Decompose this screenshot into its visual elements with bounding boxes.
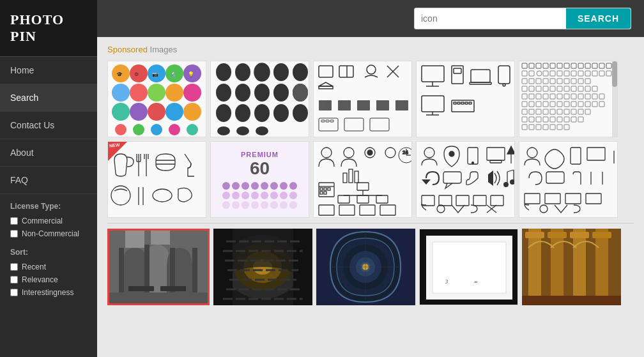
photo-thumb-5[interactable] — [522, 229, 621, 305]
search-button[interactable]: SEARCH — [566, 8, 631, 29]
sponsored-img-4[interactable] — [416, 61, 515, 137]
svg-text:📷: 📷 — [152, 71, 158, 77]
photo-svg-1 — [109, 229, 208, 305]
commercial-label: Commercial — [22, 216, 63, 225]
svg-point-35 — [273, 84, 289, 102]
svg-rect-60 — [395, 100, 408, 110]
icon-sheet-svg-1: 🎓 ⚙ 📷 🔬 💡 — [108, 61, 206, 137]
photo-svg-5 — [522, 229, 621, 305]
svg-point-12 — [130, 103, 148, 121]
non-commercial-checkbox[interactable] — [10, 230, 18, 238]
scrollbar[interactable] — [612, 61, 617, 137]
svg-point-205 — [367, 150, 372, 155]
svg-point-41 — [293, 104, 308, 122]
sort-interestingness-checkbox[interactable] — [10, 289, 18, 296]
svg-point-2 — [130, 65, 148, 82]
sort-recent-text: Recent — [22, 262, 46, 271]
svg-point-37 — [216, 104, 231, 122]
svg-rect-56 — [319, 100, 332, 110]
sponsored-img-8[interactable]: 24 — [313, 141, 412, 218]
svg-point-13 — [148, 103, 165, 121]
sidebar-item-home[interactable]: Home — [0, 57, 97, 84]
svg-point-30 — [273, 63, 289, 81]
sponsored-img-9[interactable] — [416, 141, 515, 218]
svg-point-32 — [216, 84, 231, 102]
svg-rect-310 — [522, 296, 621, 305]
sort-relevance-label[interactable]: Relevance — [0, 273, 97, 286]
svg-point-15 — [183, 103, 201, 121]
svg-point-40 — [273, 104, 289, 122]
search-box: SEARCH — [414, 8, 631, 29]
svg-point-44 — [256, 126, 268, 135]
sidebar-item-contact[interactable]: Contact Us — [0, 112, 97, 139]
logo-area: PHOTO PIN — [0, 0, 97, 57]
sponsored-img-10[interactable] — [519, 141, 618, 218]
photo-thumb-1[interactable] — [107, 229, 210, 305]
sort-recent-checkbox[interactable] — [10, 263, 18, 271]
photo-svg-3 — [316, 229, 415, 305]
scrollbar-thumb[interactable] — [612, 61, 617, 87]
svg-point-11 — [112, 103, 130, 121]
premium-title: PREMIUM — [241, 151, 279, 158]
photo-thumb-4[interactable]: 3 ∞ — [419, 229, 518, 305]
commercial-checkbox-label[interactable]: Commercial — [0, 215, 97, 227]
svg-point-6 — [112, 84, 130, 102]
sort-label: Sort: — [0, 240, 97, 261]
commercial-checkbox[interactable] — [10, 217, 18, 225]
sponsored-img-6[interactable]: NEW — [107, 141, 206, 218]
sponsored-img-3[interactable] — [313, 61, 412, 137]
svg-point-33 — [235, 84, 250, 102]
svg-text:🎓: 🎓 — [116, 71, 123, 77]
non-commercial-label: Non-Commercial — [22, 229, 79, 238]
sidebar-item-faq[interactable]: FAQ — [0, 167, 97, 194]
images-label: Images — [150, 45, 178, 54]
sponsored-img-2[interactable] — [210, 61, 309, 137]
content-area: Sponsored Images — [97, 37, 644, 357]
svg-rect-57 — [338, 100, 351, 110]
sponsored-img-1[interactable]: 🎓 ⚙ 📷 🔬 💡 — [107, 61, 206, 137]
svg-text:3: 3 — [445, 279, 448, 285]
svg-point-42 — [217, 126, 230, 135]
svg-rect-47 — [314, 61, 411, 137]
svg-rect-58 — [357, 100, 370, 110]
sponsored-img-5[interactable] — [519, 61, 618, 137]
svg-point-244 — [503, 182, 509, 187]
header: SEARCH — [97, 0, 644, 37]
non-commercial-checkbox-label[interactable]: Non-Commercial — [0, 227, 97, 240]
svg-point-39 — [254, 104, 270, 122]
sort-relevance-checkbox[interactable] — [10, 276, 18, 284]
photo-thumb-3[interactable] — [316, 229, 415, 305]
sponsored-img-7-premium[interactable]: PREMIUM 60 — [210, 141, 309, 218]
svg-point-38 — [235, 104, 250, 122]
photo-thumb-2[interactable] — [213, 229, 312, 305]
svg-rect-274 — [151, 229, 170, 245]
sidebar-item-about[interactable]: About — [0, 139, 97, 167]
photo-svg-4: 3 ∞ — [420, 229, 518, 305]
svg-rect-275 — [109, 292, 208, 305]
search-input[interactable] — [415, 8, 566, 29]
premium-dots — [222, 182, 297, 209]
svg-point-8 — [148, 84, 165, 102]
svg-point-10 — [183, 84, 201, 102]
sort-recent-label[interactable]: Recent — [0, 261, 97, 273]
svg-point-7 — [130, 84, 148, 102]
svg-rect-309 — [522, 229, 621, 305]
content-divider — [107, 223, 634, 224]
icon-sheet-svg-5 — [519, 61, 617, 137]
icon-sheet-svg-9 — [417, 141, 514, 218]
svg-point-9 — [165, 84, 183, 102]
svg-point-17 — [133, 124, 144, 135]
svg-point-43 — [236, 126, 249, 135]
svg-rect-198 — [314, 141, 411, 218]
sort-interestingness-label[interactable]: Interestingness — [0, 286, 97, 299]
sidebar-item-search[interactable]: Search — [0, 84, 97, 112]
svg-point-233 — [472, 162, 474, 164]
svg-point-19 — [169, 124, 180, 135]
svg-text:⚙: ⚙ — [134, 72, 139, 77]
svg-rect-277 — [160, 286, 186, 291]
svg-text:💡: 💡 — [188, 71, 194, 77]
svg-rect-284 — [293, 229, 312, 305]
sidebar: PHOTO PIN Home Search Contact Us About F… — [0, 0, 97, 357]
section-label: Sponsored Images — [107, 45, 634, 54]
svg-rect-283 — [213, 229, 233, 305]
